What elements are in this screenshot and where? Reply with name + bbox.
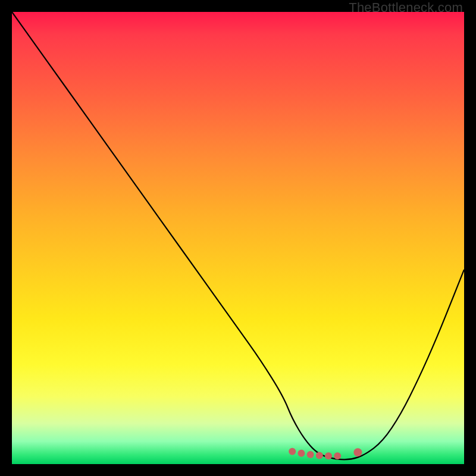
optimal-marker bbox=[289, 448, 296, 455]
bottleneck-curve-path bbox=[12, 12, 464, 459]
chart-svg bbox=[12, 12, 464, 464]
optimal-marker bbox=[334, 452, 341, 459]
optimal-marker bbox=[353, 448, 362, 456]
optimal-marker bbox=[307, 451, 314, 458]
optimal-range-markers bbox=[289, 448, 362, 460]
optimal-marker bbox=[316, 452, 323, 459]
optimal-marker bbox=[325, 452, 332, 459]
optimal-marker bbox=[298, 450, 305, 457]
